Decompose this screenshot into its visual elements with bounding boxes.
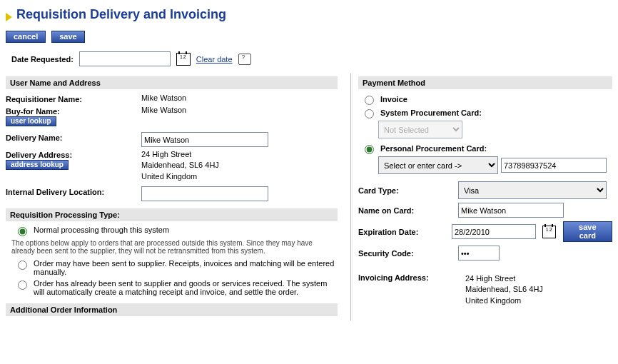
left-column: User Name and Address Requisitioner Name…: [6, 74, 345, 320]
expiration-label: Expiration Date:: [358, 228, 452, 236]
calendar-icon[interactable]: [542, 226, 556, 238]
delivery-address-line1: 24 High Street: [141, 149, 338, 160]
columns: User Name and Address Requisitioner Name…: [6, 74, 612, 320]
processing-radio-maybe[interactable]: [18, 261, 27, 270]
processing-option-maybe-label: Order may have been sent to supplier. Re…: [34, 259, 335, 276]
processing-option-normal[interactable]: Normal processing through this system: [14, 226, 335, 236]
card-type-select[interactable]: Visa: [458, 181, 607, 199]
date-requested-row: Date Requested: Clear date: [6, 51, 612, 66]
delivery-address-row: Delivery Address: address lookup 24 High…: [6, 149, 338, 182]
triangle-icon: [6, 13, 12, 21]
personal-card-select[interactable]: Select or enter card ->: [378, 156, 498, 174]
card-type-row: Card Type: Visa: [358, 181, 612, 199]
processing-option-already[interactable]: Order has already been sent to supplier …: [14, 279, 335, 296]
save-button[interactable]: save: [51, 31, 84, 43]
payment-radio-invoice[interactable]: [365, 96, 374, 105]
payment-option-system-card[interactable]: System Procurement Card:: [361, 107, 612, 118]
requisitioner-row: Requisitioner Name: Mike Watson: [6, 93, 338, 103]
processing-option-maybe[interactable]: Order may have been sent to supplier. Re…: [14, 259, 335, 276]
delivery-name-label: Delivery Name:: [6, 132, 141, 142]
user-lookup-button[interactable]: user lookup: [6, 116, 56, 126]
payment-option-system-card-label: System Procurement Card:: [380, 108, 482, 117]
top-button-row: cancel save: [6, 31, 612, 43]
cancel-button[interactable]: cancel: [6, 31, 46, 43]
delivery-name-row: Delivery Name:: [6, 132, 338, 147]
column-divider: [350, 74, 353, 320]
requisitioner-label: Requisitioner Name:: [6, 93, 141, 103]
system-card-select: Not Selected: [378, 121, 462, 138]
processing-radio-normal[interactable]: [18, 227, 27, 236]
security-code-label: Security Code:: [358, 249, 458, 258]
save-card-button[interactable]: save card: [563, 221, 612, 242]
name-on-card-row: Name on Card:: [358, 203, 612, 218]
invoicing-address-line2: Maidenhead, SL6 4HJ: [465, 284, 543, 295]
section-user-name-address: User Name and Address: [6, 76, 338, 89]
delivery-address-label: Delivery Address: address lookup: [6, 149, 141, 170]
invoicing-address-line3: United Kingdom: [465, 295, 543, 306]
expiration-input[interactable]: [452, 224, 536, 239]
invoicing-address-value: 24 High Street Maidenhead, SL6 4HJ Unite…: [465, 273, 543, 306]
buyfor-label-text: Buy-for Name:: [6, 107, 141, 116]
processing-help-text: The options below apply to orders that a…: [11, 239, 332, 255]
requisitioner-value: Mike Watson: [141, 93, 338, 102]
buyfor-label: Buy-for Name: user lookup: [6, 106, 141, 126]
delivery-address-line3: United Kingdom: [141, 171, 338, 182]
section-processing-type: Requisition Processing Type:: [6, 208, 338, 221]
internal-location-row: Internal Delivery Location:: [6, 186, 338, 201]
personal-card-entry-row: Select or enter card ->: [378, 156, 612, 174]
section-additional-order-info: Additional Order Information: [6, 303, 338, 316]
system-card-select-wrapper: Not Selected: [378, 121, 612, 138]
date-requested-label: Date Requested:: [6, 55, 74, 64]
payment-option-invoice[interactable]: Invoice: [361, 93, 612, 105]
section-payment-method: Payment Method: [358, 76, 612, 89]
processing-option-already-label: Order has already been sent to supplier …: [34, 279, 335, 296]
card-type-label: Card Type:: [358, 186, 458, 195]
delivery-address-label-text: Delivery Address:: [6, 151, 141, 159]
invoicing-address-row: Invoicing Address: 24 High Street Maiden…: [358, 273, 612, 306]
note-icon[interactable]: [238, 54, 251, 65]
expiration-row: Expiration Date: save card: [358, 221, 612, 242]
address-lookup-button[interactable]: address lookup: [6, 160, 69, 170]
date-requested-input[interactable]: [79, 51, 171, 66]
security-code-input[interactable]: [458, 246, 500, 261]
delivery-address-line2: Maidenhead, SL6 4HJ: [141, 160, 338, 171]
right-column: Payment Method Invoice System Procuremen…: [358, 74, 612, 320]
name-on-card-input[interactable]: [458, 203, 564, 218]
name-on-card-label: Name on Card:: [358, 206, 458, 215]
payment-option-personal-card[interactable]: Personal Procurement Card:: [361, 143, 612, 154]
buyfor-row: Buy-for Name: user lookup Mike Watson: [6, 106, 338, 126]
internal-location-input[interactable]: [141, 186, 268, 201]
processing-option-normal-label: Normal processing through this system: [34, 226, 169, 234]
calendar-icon[interactable]: [176, 53, 191, 66]
personal-card-number-input[interactable]: [501, 158, 607, 173]
processing-radio-already[interactable]: [18, 280, 27, 290]
payment-radio-system-card[interactable]: [365, 109, 374, 118]
buyfor-value: Mike Watson: [141, 106, 338, 114]
invoicing-address-line1: 24 High Street: [465, 273, 543, 284]
page-title: Requisition Delivery and Invoicing: [16, 7, 226, 22]
invoicing-address-label: Invoicing Address:: [358, 273, 465, 282]
clear-date-link[interactable]: Clear date: [196, 55, 233, 64]
delivery-name-input[interactable]: [141, 132, 268, 147]
payment-radio-personal-card[interactable]: [365, 145, 374, 154]
payment-option-personal-card-label: Personal Procurement Card:: [380, 144, 487, 153]
internal-location-label: Internal Delivery Location:: [6, 186, 141, 196]
page-title-row: Requisition Delivery and Invoicing: [6, 6, 612, 28]
delivery-address-value: 24 High Street Maidenhead, SL6 4HJ Unite…: [141, 149, 338, 182]
security-code-row: Security Code:: [358, 246, 612, 261]
payment-option-invoice-label: Invoice: [380, 95, 407, 103]
